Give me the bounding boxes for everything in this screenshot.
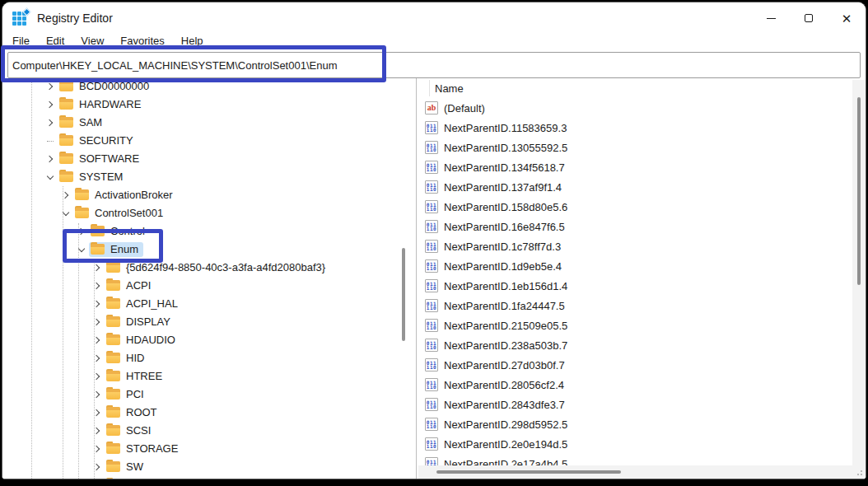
folder-icon (75, 189, 89, 200)
tree-item-acpi[interactable]: ACPI (2, 277, 401, 295)
tree-item-label: SW (126, 460, 143, 473)
value-row[interactable]: ab(Default) (418, 98, 852, 118)
value-row[interactable]: 011110NextParentID.1c78ff7d.3 (418, 236, 852, 256)
tree-item-sw[interactable]: SW (2, 458, 401, 476)
chevron-right-icon[interactable] (89, 352, 105, 365)
folder-icon (106, 389, 120, 400)
values-vertical-scrollbar-track[interactable] (852, 80, 866, 465)
chevron-down-icon[interactable] (42, 171, 58, 184)
chevron-right-icon[interactable] (89, 442, 105, 456)
value-row[interactable]: 011110NextParentID.11583659.3 (418, 118, 852, 138)
name-column-header[interactable]: Name (435, 82, 464, 95)
value-row[interactable]: 011110NextParentID.27d03b0f.7 (418, 355, 852, 375)
value-row[interactable]: 011110NextParentID.13055592.5 (418, 138, 852, 157)
value-row[interactable]: 011110NextParentID.158d80e5.6 (418, 197, 852, 217)
values-horizontal-scrollbar-track[interactable] (418, 465, 852, 479)
tree-item-bcd00000000[interactable]: BCD00000000 (2, 78, 401, 96)
folder-icon (91, 244, 105, 255)
tree-item-label: SECURITY (79, 134, 133, 147)
resize-grip (852, 465, 866, 479)
chevron-right-icon[interactable] (58, 189, 73, 202)
tree-vertical-scrollbar[interactable] (402, 248, 405, 341)
value-row[interactable]: 011110NextParentID.2e0e194d.5 (418, 434, 852, 454)
dword-value-icon: 011110 (425, 240, 438, 253)
chevron-right-icon[interactable] (89, 424, 105, 437)
value-row[interactable]: 011110NextParentID.2843dfe3.7 (418, 395, 852, 414)
tree-item-label: HID (126, 352, 144, 364)
chevron-right-icon[interactable] (89, 388, 105, 401)
tree-item-htree[interactable]: HTREE (2, 367, 401, 386)
tree-item-system[interactable]: SYSTEM (2, 168, 401, 186)
tree-item-software[interactable]: SOFTWARE (2, 150, 401, 168)
value-row[interactable]: 011110NextParentID.134f5618.7 (418, 157, 852, 177)
tree-item-label: ROOT (126, 406, 157, 418)
chevron-right-icon[interactable] (89, 370, 105, 383)
value-name: NextParentID.21509e05.5 (444, 320, 567, 332)
tree-item-5d624f94-8850-40c3-a3fa-a4fd2080baf3[interactable]: {5d624f94-8850-40c3-a3fa-a4fd2080baf3} (2, 259, 401, 277)
value-name: NextParentID.298d5952.5 (444, 418, 567, 431)
value-row[interactable]: 011110NextParentID.28056cf2.4 (418, 375, 852, 395)
tree-item-label: Enum (110, 243, 138, 255)
minimize-button[interactable] (752, 2, 790, 34)
tree-item-acpi-hal[interactable]: ACPI_HAL (2, 295, 401, 313)
value-row[interactable]: 011110NextParentID.1eb156d1.4 (418, 276, 852, 296)
chevron-right-icon[interactable] (42, 152, 58, 166)
tree-item-storage[interactable]: STORAGE (2, 440, 401, 458)
value-row[interactable]: 011110NextParentID.137af9f1.4 (418, 177, 852, 197)
chevron-right-icon[interactable] (42, 80, 58, 93)
tree-item-swd[interactable]: SWD (2, 476, 401, 479)
folder-icon (59, 153, 73, 164)
tree-item-label: HARDWARE (79, 98, 141, 110)
close-button[interactable]: ✕ (828, 2, 866, 34)
tree-item-sam[interactable]: SAM (2, 114, 401, 132)
chevron-right-icon[interactable] (42, 98, 58, 111)
tree-item-activationbroker[interactable]: ActivationBroker (2, 186, 401, 204)
tree-item-control[interactable]: Control (2, 222, 401, 241)
value-row[interactable]: 011110NextParentID.1d9eb5e.4 (418, 256, 852, 276)
values-vertical-scrollbar-thumb[interactable] (857, 97, 861, 285)
chevron-down-icon[interactable] (73, 243, 89, 256)
tree-item-hid[interactable]: HID (2, 349, 401, 367)
folder-icon (106, 371, 120, 381)
folder-icon (106, 407, 120, 418)
chevron-right-icon[interactable] (89, 460, 105, 474)
address-bar-input[interactable]: Computer\HKEY_LOCAL_MACHINE\SYSTEM\Contr… (7, 52, 861, 78)
maximize-button[interactable] (790, 2, 828, 34)
value-name: NextParentID.2e0e194d.5 (444, 438, 567, 451)
chevron-right-icon[interactable] (89, 406, 105, 419)
tree-item-label: ControlSet001 (95, 207, 163, 219)
chevron-right-icon[interactable] (89, 334, 105, 347)
dword-value-icon: 011110 (425, 259, 438, 273)
chevron-right-icon[interactable] (89, 261, 105, 274)
tree-item-root[interactable]: ROOT (2, 404, 401, 422)
folder-icon (91, 226, 105, 236)
tree-item-label: SOFTWARE (79, 152, 139, 165)
tree-item-hardware[interactable]: HARDWARE (2, 96, 401, 114)
tree-item-scsi[interactable]: SCSI (2, 422, 401, 440)
value-row[interactable]: 011110NextParentID.21509e05.5 (418, 315, 852, 335)
value-row[interactable]: 011110NextParentID.238a503b.7 (418, 335, 852, 355)
value-row[interactable]: 011110NextParentID.298d5952.5 (418, 414, 852, 434)
tree-item-hdaudio[interactable]: HDAUDIO (2, 331, 401, 349)
tree-item-controlset001[interactable]: ControlSet001 (2, 204, 401, 222)
tree-item-pci[interactable]: PCI (2, 386, 401, 404)
chevron-right-icon[interactable] (89, 315, 105, 329)
chevron-right-icon[interactable] (89, 297, 105, 311)
value-row[interactable]: 011110NextParentID.16e847f6.5 (418, 217, 852, 236)
chevron-right-icon[interactable] (73, 225, 89, 238)
dword-value-icon: 011110 (425, 141, 438, 154)
tree-item-enum[interactable]: Enum (2, 241, 401, 259)
folder-icon (75, 208, 89, 218)
chevron-right-icon[interactable] (89, 279, 105, 292)
value-row[interactable]: 011110NextParentID.1fa24447.5 (418, 296, 852, 315)
tree-item-security[interactable]: SECURITY (2, 132, 401, 150)
dword-value-icon: 011110 (425, 339, 438, 352)
tree-item-display[interactable]: DISPLAY (2, 313, 401, 331)
values-horizontal-scrollbar-thumb[interactable] (436, 470, 621, 474)
dword-value-icon: 011110 (425, 437, 438, 451)
title-bar: Registry Editor ✕ (2, 2, 866, 34)
registry-tree-pane: BCD00000000HARDWARESAMSECURITYSOFTWARESY… (2, 78, 417, 479)
chevron-down-icon[interactable] (58, 207, 73, 220)
value-name: NextParentID.11583659.3 (444, 122, 567, 134)
chevron-right-icon[interactable] (42, 116, 58, 129)
